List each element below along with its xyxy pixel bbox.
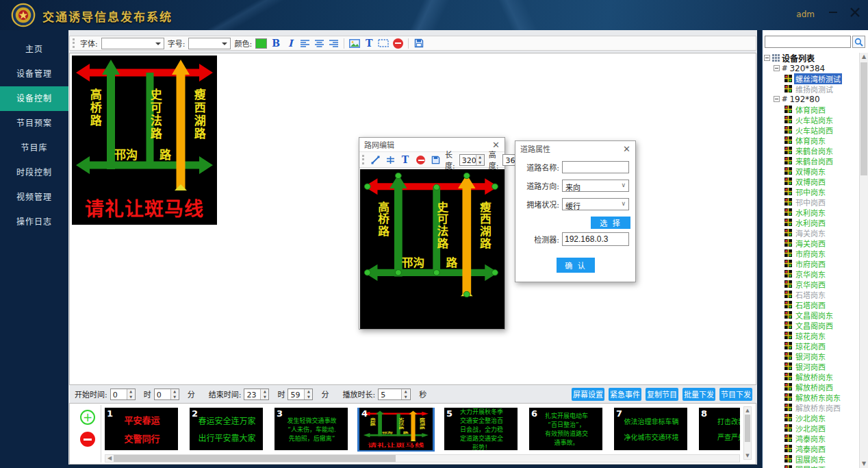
draw-line-icon[interactable] bbox=[370, 154, 381, 166]
playlist-thumbnail-4[interactable]: 4高桥路史可法路瘦西湖路邗沟路请礼让斑马线 bbox=[359, 408, 433, 450]
device-item[interactable]: 海关岗东 bbox=[764, 227, 858, 238]
device-item[interactable]: 邗中岗东 bbox=[764, 186, 858, 197]
playlist-horizontal-scrollbar[interactable]: ◀ bbox=[105, 454, 740, 463]
close-button[interactable] bbox=[847, 5, 863, 19]
insert-image-icon[interactable] bbox=[349, 38, 360, 49]
control-point[interactable] bbox=[433, 270, 439, 275]
delete-button[interactable] bbox=[392, 38, 403, 49]
start-hour-input[interactable]: 0▲▼ bbox=[110, 389, 136, 400]
action-button-1[interactable]: 紧急事件 bbox=[609, 388, 641, 401]
duration-input[interactable]: 5▲▼ bbox=[378, 389, 411, 400]
device-item[interactable]: 鸿泰岗西 bbox=[764, 443, 858, 454]
control-point[interactable] bbox=[395, 173, 401, 178]
scroll-up-arrow[interactable]: ▲ bbox=[860, 53, 868, 61]
device-group-1[interactable]: #192*80 bbox=[764, 94, 858, 104]
text-tool-button[interactable]: T bbox=[363, 38, 374, 49]
road-name-input[interactable] bbox=[562, 161, 629, 173]
text-box-icon[interactable] bbox=[378, 38, 389, 49]
control-point[interactable] bbox=[364, 184, 370, 189]
action-button-4[interactable]: 节目下发 bbox=[719, 388, 752, 401]
device-item[interactable]: 来鹤台岗东 bbox=[764, 145, 858, 156]
delete-button[interactable] bbox=[415, 154, 426, 166]
road-direction-select[interactable]: 来向 bbox=[562, 180, 629, 192]
control-point[interactable] bbox=[395, 270, 401, 275]
collapse-icon[interactable] bbox=[764, 55, 770, 61]
device-item[interactable]: 京华岗东 bbox=[764, 269, 858, 279]
device-item[interactable]: 文昌阁岗东 bbox=[764, 310, 858, 320]
end-hour-input[interactable]: 23▲▼ bbox=[244, 389, 269, 400]
remove-program-button[interactable] bbox=[80, 432, 95, 447]
device-item[interactable]: 石塔岗西 bbox=[764, 299, 858, 310]
align-center-button[interactable] bbox=[314, 38, 324, 49]
align-right-button[interactable] bbox=[328, 38, 339, 49]
road-editor-canvas[interactable]: 高桥路史可法路瘦西湖路邗沟路 bbox=[360, 169, 505, 329]
control-point[interactable] bbox=[492, 184, 498, 189]
italic-button[interactable]: I bbox=[285, 38, 296, 49]
device-item[interactable]: 维扬岗测试 bbox=[764, 84, 858, 94]
device-item[interactable]: 解放桥东岗东 bbox=[764, 392, 858, 402]
search-button[interactable] bbox=[852, 36, 865, 48]
device-item[interactable]: 银河岗东 bbox=[764, 351, 858, 361]
text-tool-button[interactable]: T bbox=[400, 154, 411, 166]
device-item[interactable]: 沙北岗西 bbox=[764, 423, 858, 433]
device-item[interactable]: 来鹤台岗西 bbox=[764, 156, 858, 166]
device-item[interactable]: 体育岗东 bbox=[764, 135, 858, 145]
device-item[interactable]: 石塔岗东 bbox=[764, 289, 858, 299]
collapse-icon[interactable] bbox=[774, 65, 780, 71]
device-tree-scrollbar[interactable]: ▲ ▼ bbox=[859, 53, 868, 468]
sidebar-item-2[interactable]: 设备控制 bbox=[0, 86, 68, 111]
device-item[interactable]: 市府岗西 bbox=[764, 258, 858, 269]
device-item[interactable]: 解放桥东岗西 bbox=[764, 402, 858, 412]
device-item[interactable]: 解放桥岗西 bbox=[764, 382, 858, 392]
start-minute-input[interactable]: 0▲▼ bbox=[154, 389, 179, 400]
playlist-thumbnail-8[interactable]: 8打击改装“炸严查严处“机 bbox=[699, 408, 740, 450]
playlist-thumbnail-3[interactable]: 3发生轻微交通事故“人未伤，车能动.先拍照，后撤离” bbox=[275, 408, 348, 450]
device-item[interactable]: 体育岗西 bbox=[764, 104, 858, 114]
action-button-2[interactable]: 复制节目 bbox=[646, 388, 678, 401]
road-cross-icon[interactable] bbox=[385, 154, 396, 166]
device-item[interactable]: 双博岗东 bbox=[764, 166, 858, 176]
detector-input[interactable] bbox=[562, 232, 629, 246]
congestion-select[interactable]: 缓行 bbox=[562, 198, 629, 210]
select-detector-button[interactable]: 选 择 bbox=[591, 217, 630, 229]
control-point[interactable] bbox=[492, 270, 498, 275]
device-item[interactable]: 文昌阁岗西 bbox=[764, 320, 858, 330]
device-item[interactable]: 市府岗东 bbox=[764, 248, 858, 258]
device-item[interactable]: 国展岗东 bbox=[764, 454, 858, 464]
sidebar-item-0[interactable]: 主页 bbox=[0, 37, 68, 62]
device-item[interactable]: 火车站岗西 bbox=[764, 125, 858, 135]
save-button[interactable] bbox=[413, 38, 424, 49]
device-item[interactable]: 京华岗西 bbox=[764, 279, 858, 289]
playlist-thumbnail-7[interactable]: 7依法治理非标车辆净化城市交通环境 bbox=[614, 408, 687, 450]
font-size-select[interactable] bbox=[188, 38, 231, 49]
dialog-close-icon[interactable]: ✕ bbox=[623, 145, 630, 153]
device-search-input[interactable] bbox=[765, 36, 851, 48]
playlist-vertical-scrollbar[interactable]: ▲ ▼ bbox=[743, 406, 752, 460]
sidebar-item-6[interactable]: 视频管理 bbox=[0, 185, 68, 210]
device-item[interactable]: 沙北岗东 bbox=[764, 412, 858, 423]
device-item[interactable]: 海关岗西 bbox=[764, 238, 858, 248]
device-group-0[interactable]: #320*384 bbox=[764, 63, 858, 73]
length-input[interactable]: 320▲▼ bbox=[459, 154, 485, 166]
action-button-3[interactable]: 批量下发 bbox=[682, 388, 715, 401]
end-minute-input[interactable]: 59▲▼ bbox=[288, 389, 313, 400]
playlist-thumbnail-5[interactable]: 5大力开展秋冬季交通安全整治百日会战，全力稳定道路交通安全形势！ bbox=[444, 408, 518, 450]
device-item[interactable]: 双博岗西 bbox=[764, 176, 858, 186]
collapse-icon[interactable] bbox=[774, 96, 780, 102]
align-left-button[interactable] bbox=[299, 38, 310, 49]
dialog-close-icon[interactable]: ✕ bbox=[492, 140, 500, 149]
device-item[interactable]: 银河岗西 bbox=[764, 361, 858, 371]
action-button-0[interactable]: 屏幕设置 bbox=[572, 388, 604, 401]
device-item[interactable]: 火车站岗东 bbox=[764, 114, 858, 125]
sidebar-item-4[interactable]: 节目库 bbox=[0, 136, 68, 160]
device-item[interactable]: 解放桥岗东 bbox=[764, 371, 858, 382]
scroll-left-arrow[interactable]: ◀ bbox=[105, 455, 114, 462]
bold-button[interactable]: B bbox=[270, 38, 281, 49]
control-point[interactable] bbox=[463, 173, 470, 178]
scrollbar-thumb[interactable] bbox=[114, 455, 396, 462]
playlist-thumbnail-6[interactable]: 6扎实开展电动车“百日整治”，有效预防道路交通事故。 bbox=[529, 408, 602, 450]
sidebar-item-7[interactable]: 操作日志 bbox=[0, 210, 68, 234]
device-item[interactable]: 水利岗东 bbox=[764, 207, 858, 217]
device-tree-root[interactable]: 设备列表 bbox=[764, 53, 858, 63]
sidebar-item-1[interactable]: 设备管理 bbox=[0, 62, 68, 86]
